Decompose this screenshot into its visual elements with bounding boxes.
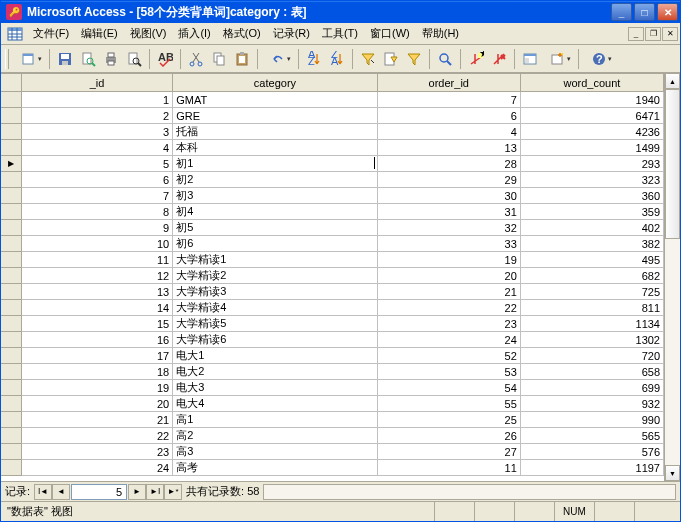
row-selector[interactable]: [1, 348, 21, 364]
cell-word-count[interactable]: 1134: [520, 316, 663, 332]
prev-record-button[interactable]: ◄: [52, 484, 70, 500]
cell-word-count[interactable]: 495: [520, 252, 663, 268]
row-selector[interactable]: [1, 396, 21, 412]
row-selector[interactable]: [1, 204, 21, 220]
row-selector[interactable]: [1, 268, 21, 284]
row-selector[interactable]: [1, 252, 21, 268]
cell-category[interactable]: 大学精读5: [173, 316, 377, 332]
cell-order-id[interactable]: 22: [377, 300, 520, 316]
mdi-restore-button[interactable]: ❐: [645, 27, 661, 41]
table-row[interactable]: 15 大学精读5 23 1134: [1, 316, 664, 332]
cell-id[interactable]: 4: [21, 140, 172, 156]
cell-order-id[interactable]: 11: [377, 460, 520, 476]
cell-category[interactable]: 本科: [173, 140, 377, 156]
cell-category[interactable]: 初6: [173, 236, 377, 252]
cell-id[interactable]: 2: [21, 108, 172, 124]
cell-category[interactable]: GMAT: [173, 92, 377, 108]
select-all-cell[interactable]: [1, 74, 21, 92]
menu-help[interactable]: 帮助(H): [416, 24, 465, 43]
toolbar-handle[interactable]: [5, 49, 9, 69]
cell-id[interactable]: 5: [21, 156, 172, 172]
new-record-nav-button[interactable]: ►*: [164, 484, 182, 500]
cell-word-count[interactable]: 1940: [520, 92, 663, 108]
row-selector[interactable]: [1, 380, 21, 396]
table-row[interactable]: 13 大学精读3 21 725: [1, 284, 664, 300]
cell-id[interactable]: 14: [21, 300, 172, 316]
cell-category[interactable]: 初4: [173, 204, 377, 220]
new-record-button[interactable]: ★: [465, 48, 487, 70]
row-selector[interactable]: [1, 332, 21, 348]
mdi-close-button[interactable]: ✕: [662, 27, 678, 41]
cell-id[interactable]: 24: [21, 460, 172, 476]
cell-category[interactable]: 电大3: [173, 380, 377, 396]
cell-word-count[interactable]: 658: [520, 364, 663, 380]
cell-category[interactable]: 电大4: [173, 396, 377, 412]
cell-id[interactable]: 20: [21, 396, 172, 412]
cell-word-count[interactable]: 1302: [520, 332, 663, 348]
cell-id[interactable]: 12: [21, 268, 172, 284]
cell-id[interactable]: 13: [21, 284, 172, 300]
cell-word-count[interactable]: 990: [520, 412, 663, 428]
cell-order-id[interactable]: 55: [377, 396, 520, 412]
table-row[interactable]: 3 托福 4 4236: [1, 124, 664, 140]
column-header-order-id[interactable]: order_id: [377, 74, 520, 92]
save-button[interactable]: [54, 48, 76, 70]
cell-category[interactable]: 高考: [173, 460, 377, 476]
cell-word-count[interactable]: 323: [520, 172, 663, 188]
cell-id[interactable]: 3: [21, 124, 172, 140]
cell-order-id[interactable]: 20: [377, 268, 520, 284]
scroll-track[interactable]: [665, 89, 680, 465]
cell-word-count[interactable]: 1197: [520, 460, 663, 476]
table-row[interactable]: 17 电大1 52 720: [1, 348, 664, 364]
cell-order-id[interactable]: 28: [377, 156, 520, 172]
cell-order-id[interactable]: 29: [377, 172, 520, 188]
filter-toggle-button[interactable]: [403, 48, 425, 70]
cell-order-id[interactable]: 33: [377, 236, 520, 252]
spellcheck-button[interactable]: ABC: [154, 48, 176, 70]
next-record-button[interactable]: ►: [128, 484, 146, 500]
cell-id[interactable]: 1: [21, 92, 172, 108]
column-header-id[interactable]: _id: [21, 74, 172, 92]
cell-category[interactable]: 初2: [173, 172, 377, 188]
cell-word-count[interactable]: 402: [520, 220, 663, 236]
cell-word-count[interactable]: 811: [520, 300, 663, 316]
horizontal-scrollbar[interactable]: [263, 484, 676, 500]
first-record-button[interactable]: ꓲ◄: [34, 484, 52, 500]
cell-word-count[interactable]: 360: [520, 188, 663, 204]
cell-category[interactable]: 大学精读4: [173, 300, 377, 316]
cell-word-count[interactable]: 293: [520, 156, 663, 172]
cell-word-count[interactable]: 932: [520, 396, 663, 412]
cell-category[interactable]: GRE: [173, 108, 377, 124]
maximize-button[interactable]: □: [634, 3, 655, 21]
cell-id[interactable]: 15: [21, 316, 172, 332]
cell-order-id[interactable]: 53: [377, 364, 520, 380]
cell-category[interactable]: 高1: [173, 412, 377, 428]
cell-id[interactable]: 22: [21, 428, 172, 444]
cell-id[interactable]: 23: [21, 444, 172, 460]
menu-format[interactable]: 格式(O): [217, 24, 267, 43]
table-row[interactable]: 24 高考 11 1197: [1, 460, 664, 476]
cell-word-count[interactable]: 699: [520, 380, 663, 396]
cell-id[interactable]: 8: [21, 204, 172, 220]
table-row[interactable]: 21 高1 25 990: [1, 412, 664, 428]
cell-category[interactable]: 托福: [173, 124, 377, 140]
cell-id[interactable]: 9: [21, 220, 172, 236]
scroll-up-button[interactable]: ▲: [665, 73, 680, 89]
cell-order-id[interactable]: 27: [377, 444, 520, 460]
cell-word-count[interactable]: 682: [520, 268, 663, 284]
data-grid[interactable]: _id category order_id word_count 1 GMAT …: [1, 73, 664, 481]
menu-insert[interactable]: 插入(I): [172, 24, 216, 43]
table-row[interactable]: 14 大学精读4 22 811: [1, 300, 664, 316]
table-row[interactable]: 8 初4 31 359: [1, 204, 664, 220]
delete-record-button[interactable]: [488, 48, 510, 70]
print-preview-button[interactable]: [123, 48, 145, 70]
cell-word-count[interactable]: 4236: [520, 124, 663, 140]
column-header-category[interactable]: category: [173, 74, 377, 92]
cell-word-count[interactable]: 1499: [520, 140, 663, 156]
menu-record[interactable]: 记录(R): [267, 24, 316, 43]
cell-word-count[interactable]: 720: [520, 348, 663, 364]
cell-word-count[interactable]: 6471: [520, 108, 663, 124]
table-row[interactable]: 4 本科 13 1499: [1, 140, 664, 156]
table-row[interactable]: 1 GMAT 7 1940: [1, 92, 664, 108]
cut-button[interactable]: [185, 48, 207, 70]
